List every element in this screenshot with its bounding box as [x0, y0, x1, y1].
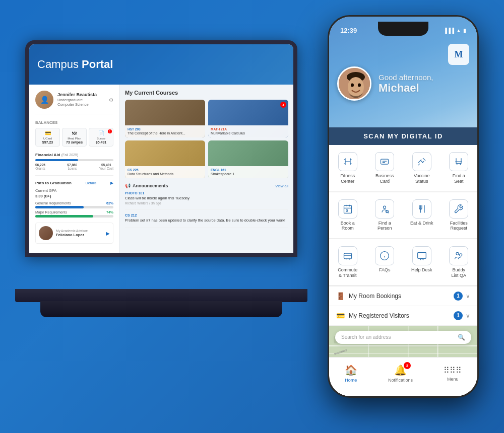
map-search-bar[interactable]: Search for an address 🔍 [335, 331, 471, 344]
svg-rect-8 [344, 205, 351, 213]
fitness-center-button[interactable]: FitnessCenter [329, 147, 366, 189]
help-desk-icon [412, 246, 431, 265]
phone-notch [378, 22, 428, 36]
chevron-down-icon-2: ∨ [466, 312, 470, 319]
app-grid-row1: FitnessCenter BusinessCard VaccineStatus [329, 145, 477, 192]
bursar-badge: 1 [108, 129, 112, 133]
course-badge: 3 [280, 102, 286, 108]
svg-point-10 [384, 206, 386, 208]
general-requirements-row: General Requirements 62% [35, 201, 113, 208]
laptop-base [15, 289, 307, 302]
menu-icon: ⠿⠿⠿ [444, 366, 462, 375]
commute-icon [338, 246, 357, 265]
room-booking-badge: 1 [454, 292, 463, 301]
help-desk-button[interactable]: Help Desk [403, 241, 440, 283]
find-person-button[interactable]: Find aPerson [366, 194, 404, 237]
phone-screen: 12:39 ▐▐▐ ▲ ▮ M [329, 17, 477, 396]
announcement-item-2: CS 212 Problem set #7 has been updated t… [125, 213, 288, 228]
notification-icon: 🔔 3 [394, 364, 407, 376]
commute-transit-button[interactable]: Commute& Transit [329, 241, 366, 283]
meal-plan-balance: 🍽 Meal Plan 73 swipes [62, 128, 87, 147]
laptop-screen: Campus Portal 👤 Jennifer Beautista Under… [25, 40, 297, 257]
map-search-input[interactable]: Search for an address [341, 334, 454, 340]
course-card-cs[interactable]: CS 225 Data Structures and Methods [125, 140, 205, 178]
portal-sidebar: 👤 Jennifer Beautista Undergraduate Compu… [29, 85, 120, 253]
advisor-row[interactable]: My Academic Advisor: Feliciano Lopez ▶ [35, 223, 113, 244]
find-person-icon [375, 199, 394, 219]
major-requirements-row: Major Requirements 74% [35, 210, 113, 218]
advisor-avatar [39, 226, 53, 240]
portal-title: Campus Portal [37, 58, 113, 71]
nav-menu[interactable]: ⠿⠿⠿ Menu [444, 366, 462, 382]
courses-title: My Current Courses [125, 90, 288, 96]
nav-home[interactable]: 🏠 Home [345, 364, 357, 383]
laptop: Campus Portal 👤 Jennifer Beautista Under… [15, 40, 307, 332]
business-card-button[interactable]: BusinessCard [366, 147, 404, 189]
course-card-hst[interactable]: HST 203 The Concept of the Hero in Ancie… [125, 100, 205, 137]
aid-items: $6,225 Grants $7,860 Loans $5,491 Your C… [35, 163, 113, 170]
buddy-list-button[interactable]: BuddyList QA [440, 241, 478, 283]
user-avatar [337, 66, 371, 101]
wifi-icon: ▲ [456, 28, 461, 33]
megaphone-icon: 📢 [125, 183, 131, 188]
laptop-foot [40, 301, 282, 317]
faqs-button[interactable]: FAQs [366, 241, 404, 283]
vaccine-status-button[interactable]: VaccineStatus [403, 147, 440, 189]
buddy-list-icon [449, 246, 468, 265]
eat-drink-button[interactable]: Eat & Drink [403, 194, 440, 237]
svg-rect-15 [344, 253, 351, 259]
view-all-link[interactable]: View all [275, 184, 288, 188]
nav-notifications[interactable]: 🔔 3 Notifications [388, 364, 413, 383]
facilities-request-button[interactable]: FacilitiesRequest [440, 194, 478, 237]
portal-header: Campus Portal [29, 44, 293, 85]
svg-point-2 [348, 77, 364, 97]
scan-digital-id-bar[interactable]: SCAN MY DIGITAL ID [329, 127, 477, 145]
chevron-right-icon: ▶ [106, 231, 110, 236]
visitors-icon: 💳 [336, 312, 345, 320]
svg-line-12 [388, 212, 389, 213]
bookings-section: 🚪 My Room Bookings 1 ∨ 💳 My Registered V… [329, 286, 477, 326]
graduation-section: Path to Graduation Details ▶ Current GPA… [35, 181, 113, 218]
chevron-down-icon: ∨ [466, 293, 470, 300]
gear-icon[interactable]: ⚙ [109, 97, 113, 103]
faq-icon [375, 246, 394, 265]
avatar: 👤 [35, 91, 53, 109]
announcements-section: 📢 Announcements View all PHOTO 101 Class… [125, 183, 288, 228]
business-card-icon [375, 152, 394, 171]
ucard-balance: 💳 UCard $97.23 [35, 128, 60, 147]
financial-aid-bar-fill [35, 159, 78, 161]
registered-visitors-row[interactable]: 💳 My Registered Visitors 1 ∨ [329, 306, 477, 326]
fitness-icon [338, 152, 357, 171]
course-grid: HST 203 The Concept of the Hero in Ancie… [125, 100, 288, 178]
financial-aid-section: Financial Aid (Fall 2025) $6,225 Grants [35, 153, 113, 176]
find-seat-button[interactable]: Find aSeat [440, 147, 478, 189]
room-bookings-row[interactable]: 🚪 My Room Bookings 1 ∨ [329, 286, 477, 306]
graduation-details-link[interactable]: Details [86, 181, 96, 185]
credit-card-icon: 💳 [38, 130, 57, 136]
phone-outer: 12:39 ▐▐▐ ▲ ▮ M [328, 15, 479, 398]
gpa-row: Current GPA 3.39 (B+) [35, 188, 113, 198]
svg-rect-5 [381, 159, 389, 164]
app-logo: M [448, 44, 469, 65]
course-card-math[interactable]: 3 MATH 21A Multivariable Calculus [208, 100, 288, 137]
grants-item: $6,225 Grants [35, 163, 45, 170]
portal-main: My Current Courses HST 203 The Concept o… [120, 85, 293, 253]
visitors-badge: 1 [454, 311, 463, 320]
cost-item: $5,491 Your Cost [99, 163, 113, 170]
phone: 12:39 ▐▐▐ ▲ ▮ M [328, 15, 479, 398]
financial-aid-bar [35, 159, 113, 161]
seat-icon [449, 152, 468, 171]
status-icons: ▐▐▐ ▲ ▮ [444, 28, 466, 33]
balance-cards: 💳 UCard $97.23 🍽 Meal Plan 73 swipes 📄 B… [35, 128, 113, 147]
meal-icon: 🍽 [65, 130, 84, 136]
book-room-icon [338, 199, 357, 219]
status-time: 12:39 [340, 27, 357, 34]
book-room-button[interactable]: Book aRoom [329, 194, 366, 237]
search-icon: 🔍 [458, 334, 465, 341]
app-grid-row3: Commute& Transit FAQs Help Desk [329, 239, 477, 286]
svg-point-4 [358, 84, 361, 87]
user-info: 👤 Jennifer Beautista Undergraduate Compu… [35, 91, 113, 114]
course-card-engl[interactable]: ENGL 161 Shakespeare 1 [208, 140, 288, 178]
balances-label: Balances [35, 120, 113, 125]
app-grid-row2: Book aRoom Find aPerson Eat & Drink [329, 192, 477, 239]
